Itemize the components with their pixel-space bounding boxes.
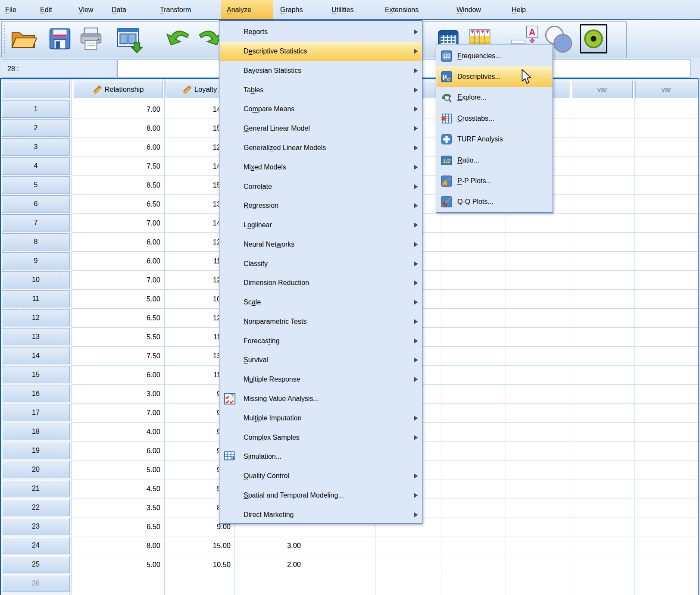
menubar-item-analyze[interactable]: Analyze xyxy=(225,0,253,19)
cell-r5-c1[interactable]: 8.50 xyxy=(72,175,160,194)
menu-item-missing-value-analysis[interactable]: ?Missing Value Analysis... xyxy=(220,389,422,409)
row-header-23[interactable]: 23 xyxy=(2,518,70,535)
cell-r24-c2[interactable]: 15.00 xyxy=(164,536,231,555)
row-header-1[interactable]: 1 xyxy=(2,100,70,118)
row-header-3[interactable]: 3 xyxy=(2,138,70,156)
cell-r10-c1[interactable]: 7.00 xyxy=(72,270,160,289)
print-button[interactable] xyxy=(78,24,104,53)
menu-item-simulation[interactable]: Simulation... xyxy=(220,447,422,467)
cell-r4-c1[interactable]: 7.50 xyxy=(72,157,160,175)
toolbar-grip-handle[interactable] xyxy=(4,25,5,53)
menubar-item-help[interactable]: Help xyxy=(510,0,528,19)
cell-r12-c1[interactable]: 6.50 xyxy=(72,308,160,327)
menubar-item-data[interactable]: Data xyxy=(110,0,128,19)
submenu-item-turf-analysis[interactable]: TURF Analysis xyxy=(437,129,553,150)
row-header-9[interactable]: 9 xyxy=(2,252,70,269)
menu-item-descriptive-statistics[interactable]: Descriptive Statistics xyxy=(220,42,422,61)
menu-item-quality-control[interactable]: Quality Control xyxy=(220,467,422,486)
menubar-item-edit[interactable]: Edit xyxy=(38,0,54,19)
cell-r1-c1[interactable]: 7.00 xyxy=(72,100,160,119)
grid-corner-header[interactable] xyxy=(2,81,70,98)
cell-r15-c1[interactable]: 6.00 xyxy=(72,365,160,384)
menu-item-compare-means[interactable]: Compare Means xyxy=(220,100,422,119)
row-header-11[interactable]: 11 xyxy=(2,290,70,307)
cell-r13-c1[interactable]: 5.50 xyxy=(72,327,160,346)
menu-item-tables[interactable]: Tables xyxy=(220,80,422,100)
menubar-item-extensions[interactable]: Extensions xyxy=(383,0,420,19)
value-labels-button[interactable]: A xyxy=(523,23,541,44)
cell-r25-c1[interactable]: 5.00 xyxy=(72,555,160,574)
submenu-item-descriptives[interactable]: μ σDescriptives... xyxy=(437,66,553,87)
row-header-12[interactable]: 12 xyxy=(2,309,70,326)
menu-item-scale[interactable]: Scale xyxy=(220,293,422,312)
row-header-15[interactable]: 15 xyxy=(2,366,70,383)
row-header-6[interactable]: 6 xyxy=(2,195,70,213)
row-header-25[interactable]: 25 xyxy=(2,556,70,573)
row-header-10[interactable]: 10 xyxy=(2,271,70,288)
menu-item-generalized-linear-models[interactable]: Generalized Linear Models xyxy=(220,138,422,158)
cell-r24-c3[interactable]: 3.00 xyxy=(234,536,301,555)
row-header-22[interactable]: 22 xyxy=(2,499,70,516)
menu-item-reports[interactable]: Reports xyxy=(220,22,422,42)
menu-item-forecasting[interactable]: Forecasting xyxy=(220,331,422,351)
menu-item-correlate[interactable]: Correlate xyxy=(220,177,422,196)
menu-item-spatial-and-temporal-modeling[interactable]: Spatial and Temporal Modeling... xyxy=(220,485,422,505)
cell-r3-c1[interactable]: 6.00 xyxy=(72,138,160,157)
menu-item-general-linear-model[interactable]: General Linear Model xyxy=(220,119,422,138)
cell-r20-c1[interactable]: 5.00 xyxy=(72,460,160,479)
recall-dialogs-button[interactable] xyxy=(115,24,143,54)
cell-r22-c1[interactable]: 3.50 xyxy=(72,498,160,517)
menubar-item-utilities[interactable]: Utilities xyxy=(330,0,356,19)
menubar-item-view[interactable]: View xyxy=(77,0,95,19)
row-header-13[interactable]: 13 xyxy=(2,328,70,345)
row-header-5[interactable]: 5 xyxy=(2,176,70,194)
submenu-item-frequencies[interactable]: 123Frequencies... xyxy=(437,46,553,66)
cell-r19-c1[interactable]: 6.00 xyxy=(72,441,160,460)
cell-r9-c1[interactable]: 6.00 xyxy=(72,251,160,270)
row-header-17[interactable]: 17 xyxy=(2,404,70,421)
cell-r21-c1[interactable]: 4.50 xyxy=(72,479,160,498)
row-header-18[interactable]: 18 xyxy=(2,423,70,440)
menu-item-classify[interactable]: Classify xyxy=(220,254,422,273)
save-button[interactable] xyxy=(47,24,73,53)
cell-r14-c1[interactable]: 7.50 xyxy=(72,346,160,365)
menu-item-survival[interactable]: Survival xyxy=(220,351,422,370)
menubar-item-window[interactable]: Window xyxy=(455,0,483,19)
cell-r2-c1[interactable]: 8.00 xyxy=(72,119,160,138)
cell-r8-c1[interactable]: 6.00 xyxy=(72,232,160,251)
row-header-26[interactable]: 26 xyxy=(2,575,70,592)
column-header-var[interactable]: var xyxy=(572,81,633,98)
cell-r24-c1[interactable]: 8.00 xyxy=(72,536,160,555)
cell-r11-c1[interactable]: 5.00 xyxy=(72,289,160,308)
cell-r16-c1[interactable]: 3.00 xyxy=(72,384,160,403)
menu-item-neural-networks[interactable]: Neural Networks xyxy=(220,235,422,254)
menu-item-loglinear[interactable]: Loglinear xyxy=(220,216,422,235)
menu-item-bayesian-statistics[interactable]: Bayesian Statistics xyxy=(220,61,422,81)
menu-item-multiple-imputation[interactable]: Multiple Imputation xyxy=(220,408,422,428)
menu-item-multiple-response[interactable]: Multiple Response xyxy=(220,370,422,389)
cell-r6-c1[interactable]: 6.50 xyxy=(72,194,160,213)
open-data-button[interactable] xyxy=(9,24,37,53)
row-header-24[interactable]: 24 xyxy=(2,537,70,554)
menu-item-complex-samples[interactable]: Complex Samples xyxy=(220,428,422,447)
menubar-item-transform[interactable]: Transform xyxy=(158,0,193,19)
menu-item-nonparametric-tests[interactable]: Nonparametric Tests xyxy=(220,312,422,332)
menubar-item-file[interactable]: File xyxy=(3,0,18,19)
submenu-item-p-p-plots[interactable]: P-P Plots... xyxy=(437,171,553,191)
menu-item-direct-marketing[interactable]: Direct Marketing xyxy=(220,505,422,524)
row-header-4[interactable]: 4 xyxy=(2,157,70,175)
submenu-item-crosstabs[interactable]: ✱Crosstabs... xyxy=(437,108,553,129)
submenu-item-ratio[interactable]: 1/2Ratio... xyxy=(437,150,553,171)
cell-r25-c2[interactable]: 10.50 xyxy=(164,555,231,574)
submenu-item-explore[interactable]: Explore... xyxy=(437,87,553,108)
show-all-variables-button[interactable] xyxy=(580,24,607,53)
cell-r23-c1[interactable]: 6.50 xyxy=(72,517,160,536)
menu-item-regression[interactable]: Regression xyxy=(220,196,422,216)
submenu-item-q-q-plots[interactable]: Q-Q Plots... xyxy=(437,191,553,212)
cell-r18-c1[interactable]: 4.00 xyxy=(72,422,160,441)
cell-r25-c3[interactable]: 2.00 xyxy=(234,555,301,574)
menu-item-dimension-reduction[interactable]: Dimension Reduction xyxy=(220,273,422,293)
menu-item-mixed-models[interactable]: Mixed Models xyxy=(220,157,422,177)
row-header-8[interactable]: 8 xyxy=(2,233,70,251)
column-header-var[interactable]: var xyxy=(635,81,697,98)
